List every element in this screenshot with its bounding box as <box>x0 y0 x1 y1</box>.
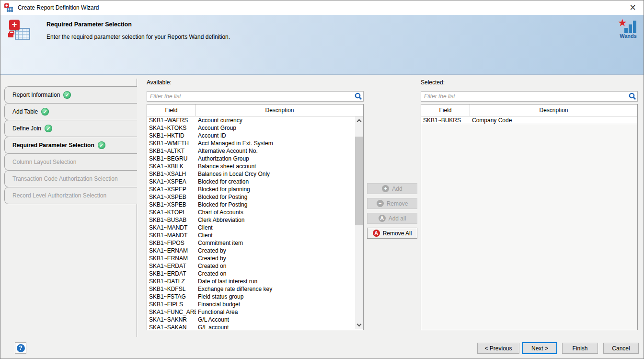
finish-button[interactable]: Finish <box>562 343 598 354</box>
table-row[interactable]: SKB1~BUKRSCompany Code <box>421 116 637 124</box>
field-cell: SKA1~ERDAT <box>147 262 196 270</box>
close-button[interactable]: × <box>622 0 644 14</box>
table-row[interactable]: SKA1~XSPEABlocked for creation <box>147 178 355 185</box>
table-row[interactable]: SKB1~XSALHBalances in Local Crcy Only <box>147 170 355 178</box>
cancel-button[interactable]: Cancel <box>603 343 639 354</box>
field-cell: SKB1~BEGRU <box>147 155 196 162</box>
button-label: Add all <box>389 215 406 222</box>
description-cell: Account Group <box>196 124 355 132</box>
field-cell: SKB1~MANDT <box>147 232 196 239</box>
table-row[interactable]: SKB1~XSPEBBlocked for Posting <box>147 201 355 208</box>
description-cell: Client <box>196 232 355 239</box>
table-row[interactable]: SKB1~HKTIDAccount ID <box>147 132 355 139</box>
available-table: Field Description SKB1~WAERSAccount curr… <box>147 104 364 330</box>
column-header-description[interactable]: Description <box>196 104 363 116</box>
field-cell: SKA1~SAKNR <box>147 316 196 324</box>
table-row[interactable]: SKA1~XBILKBalance sheet account <box>147 162 355 170</box>
table-row[interactable]: SKB1~ALTKTAlternative Account No. <box>147 147 355 155</box>
field-cell: SKA1~XSPEB <box>147 193 196 201</box>
table-row[interactable]: SKB1~BUSABClerk Abbreviation <box>147 216 355 224</box>
sidebar-step-report-information[interactable]: Report Information✓ <box>4 86 137 104</box>
table-row[interactable]: SKB1~DATLZDate of last interest run <box>147 278 355 285</box>
table-row[interactable]: SKB1~ERDATCreated on <box>147 270 355 278</box>
field-cell: SKB1~BUSAB <box>147 216 196 224</box>
table-row[interactable]: SKB1~FIPLSFinancial budget <box>147 301 355 308</box>
step-label: Required Parameter Selection <box>12 142 94 149</box>
table-row[interactable]: SKA1~XSPEBBlocked for Posting <box>147 193 355 201</box>
table-row[interactable]: SKA1~FUNC_AREAFunctional Area <box>147 308 355 316</box>
table-row[interactable]: SKA1~MANDTClient <box>147 224 355 232</box>
available-filter-input[interactable] <box>147 92 354 101</box>
scrollbar-thumb[interactable] <box>355 137 363 225</box>
checkmark-icon: ✓ <box>98 141 105 149</box>
help-button[interactable]: ? <box>15 342 26 354</box>
title-bar: + Create Report Definition Wizard × <box>0 0 644 15</box>
field-cell: SKA1~XSPEP <box>147 185 196 193</box>
description-cell: Balance sheet account <box>196 162 355 170</box>
field-cell: SKA1~XBILK <box>147 162 196 170</box>
wands-logo-text: Wands <box>618 33 639 39</box>
field-cell: SKB1~ERNAM <box>147 255 196 262</box>
vertical-scrollbar[interactable] <box>355 116 363 329</box>
page-subtitle: Enter the required parameter selection f… <box>46 34 230 40</box>
description-cell: Created on <box>196 262 355 270</box>
button-label: Remove <box>387 200 408 207</box>
column-header-field[interactable]: Field <box>147 104 196 116</box>
field-cell: SKA1~KTOPL <box>147 208 196 216</box>
field-cell: SKB1~HKTID <box>147 132 196 139</box>
table-row[interactable]: SKB1~FSTAGField status group <box>147 293 355 301</box>
scroll-down-icon[interactable] <box>355 321 363 329</box>
checkmark-icon: ✓ <box>45 125 52 132</box>
description-cell: Company Code <box>470 116 637 124</box>
table-row[interactable]: SKA1~KTOKSAccount Group <box>147 124 355 132</box>
available-filter <box>147 91 364 102</box>
field-cell: SKB1~XSPEB <box>147 201 196 208</box>
field-cell: SKA1~SAKAN <box>147 324 196 330</box>
description-cell: Account ID <box>196 132 355 139</box>
star-icon: ★ <box>618 17 627 29</box>
remove-all-button[interactable]: ARemove All <box>367 228 417 239</box>
checkmark-icon: ✓ <box>63 91 71 99</box>
sidebar-step-required-parameter-selection[interactable]: Required Parameter Selection✓ <box>4 137 137 154</box>
table-row[interactable]: SKB1~ERNAMCreated by <box>147 255 355 262</box>
available-label: Available: <box>147 79 172 86</box>
remove-icon: − <box>377 200 384 207</box>
window-title: Create Report Definition Wizard <box>18 4 99 11</box>
transfer-buttons: +Add−RemoveAAdd allARemove All <box>367 183 417 243</box>
table-row[interactable]: SKB1~WMETHAcct Managed in Ext. System <box>147 139 355 147</box>
next-button[interactable]: Next > <box>522 342 557 354</box>
description-cell: Field status group <box>196 293 355 301</box>
table-row[interactable]: SKA1~ERNAMCreated by <box>147 247 355 255</box>
scroll-up-icon[interactable] <box>355 116 363 125</box>
column-header-description[interactable]: Description <box>470 104 637 116</box>
description-cell: Created by <box>196 255 355 262</box>
table-row[interactable]: SKB1~WAERSAccount currency <box>147 116 355 124</box>
search-icon[interactable] <box>354 92 363 101</box>
sidebar-step-define-join[interactable]: Define Join✓ <box>4 120 137 137</box>
selected-filter-input[interactable] <box>421 92 628 101</box>
step-label: Define Join <box>12 125 41 132</box>
question-mark-icon: ? <box>17 344 25 352</box>
description-cell: Chart of Accounts <box>196 208 355 216</box>
field-cell: SKB1~ERDAT <box>147 270 196 278</box>
table-row[interactable]: SKA1~XSPEPBlocked for planning <box>147 185 355 193</box>
column-header-field[interactable]: Field <box>421 104 470 116</box>
description-cell: Date of last interest run <box>196 278 355 285</box>
previous-button[interactable]: < Previous <box>477 343 519 354</box>
description-cell: G/L Account <box>196 316 355 324</box>
add-all-button: AAdd all <box>367 213 417 224</box>
sidebar-step-add-table[interactable]: Add Table✓ <box>4 103 137 120</box>
table-row[interactable]: SKA1~SAKANG/L account <box>147 324 355 330</box>
sidebar-step-transaction-code-authorization-selection: Transaction Code Authorization Selection <box>4 170 137 187</box>
search-icon[interactable] <box>628 92 637 101</box>
lock-icon <box>8 33 13 37</box>
table-row[interactable]: SKA1~KTOPLChart of Accounts <box>147 208 355 216</box>
add-button: +Add <box>367 183 417 194</box>
table-row[interactable]: SKB1~MANDTClient <box>147 232 355 239</box>
table-row[interactable]: SKB1~FIPOSCommitment item <box>147 239 355 247</box>
table-row[interactable]: SKB1~BEGRUAuthorization Group <box>147 155 355 162</box>
field-cell: SKB1~XSALH <box>147 170 196 178</box>
table-row[interactable]: SKB1~KDFSLExchange rate difference key <box>147 285 355 293</box>
table-row[interactable]: SKA1~ERDATCreated on <box>147 262 355 270</box>
table-row[interactable]: SKA1~SAKNRG/L Account <box>147 316 355 324</box>
